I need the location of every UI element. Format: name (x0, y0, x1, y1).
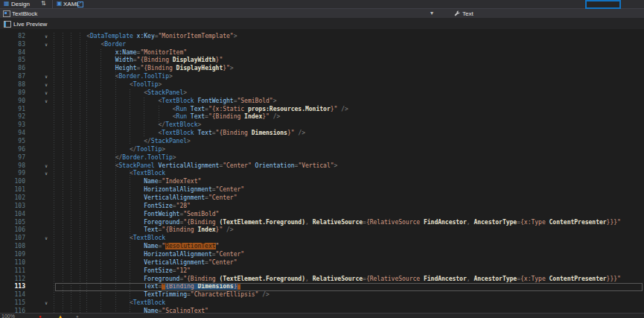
code-line-110[interactable]: 110VerticalAlignment="Center" (0, 259, 644, 267)
line-number[interactable]: 112 (0, 276, 25, 284)
live-preview-label[interactable]: Live Preview (13, 21, 47, 28)
code-text: <TextBlock Text="{Binding Dimensions}" /… (51, 130, 305, 138)
code-text: HorizontalAlignment="Center" (51, 251, 244, 259)
line-number[interactable]: 85 (0, 57, 25, 65)
line-number[interactable]: 107 (0, 235, 25, 243)
line-number[interactable]: 108 (0, 243, 25, 251)
line-number[interactable]: 87 (0, 73, 25, 81)
code-text: <Run Text="{x:Static props:Resources.Mon… (51, 106, 348, 114)
line-number[interactable]: 103 (0, 203, 25, 211)
fold-chevron-icon[interactable]: ∨ (42, 299, 51, 308)
line-number[interactable]: 88 (0, 81, 25, 89)
code-line-87[interactable]: 87∨<Border.ToolTip> (0, 73, 644, 81)
line-number[interactable]: 109 (0, 251, 25, 259)
code-text: FontWeight="SemiBold" (51, 211, 219, 219)
fold-chevron-icon[interactable]: ∨ (42, 235, 51, 243)
tab-design[interactable]: Design (11, 1, 30, 7)
code-line-94[interactable]: 94<TextBlock Text="{Binding Dimensions}"… (0, 130, 644, 138)
zoom-level[interactable]: 100% (1, 314, 15, 318)
focused-toolbar-button[interactable] (585, 0, 621, 9)
error-icon[interactable]: ● (39, 314, 42, 318)
line-number[interactable]: 101 (0, 186, 25, 194)
code-line-99[interactable]: 99∨<TextBlock (0, 170, 644, 178)
line-number[interactable]: 113 (0, 283, 25, 291)
line-number[interactable]: 110 (0, 259, 25, 267)
code-line-115[interactable]: 115∨<TextBlock (0, 299, 644, 308)
code-line-101[interactable]: 101HorizontalAlignment="Center" (0, 186, 644, 194)
code-line-107[interactable]: 107∨<TextBlock (0, 235, 644, 243)
chevron-down-icon[interactable]: ▾ (430, 10, 433, 16)
line-number[interactable]: 86 (0, 65, 25, 73)
code-line-104[interactable]: 104FontWeight="SemiBold" (0, 211, 644, 219)
code-line-116[interactable]: 116Name="ScalingText" (0, 308, 644, 313)
code-line-89[interactable]: 89∨<StackPanel> (0, 89, 644, 98)
line-number[interactable]: 89 (0, 89, 25, 98)
code-line-113[interactable]: 113Text="{Binding Dimensions}" (0, 283, 644, 291)
warning-icon[interactable]: ▲ (58, 314, 63, 318)
line-number[interactable]: 106 (0, 226, 25, 235)
line-number[interactable]: 105 (0, 219, 25, 227)
line-number[interactable]: 95 (0, 138, 25, 146)
line-number[interactable]: 97 (0, 154, 25, 162)
fold-chevron-icon[interactable]: ∨ (42, 162, 51, 171)
fold-chevron-icon[interactable]: ∨ (42, 98, 51, 106)
code-line-112[interactable]: 112Foreground="{Binding (TextElement.For… (0, 276, 644, 284)
code-line-111[interactable]: 111FontSize="12" (0, 267, 644, 276)
line-number[interactable]: 93 (0, 121, 25, 130)
code-line-95[interactable]: 95</StackPanel> (0, 138, 644, 146)
fold-chevron-icon[interactable]: ∨ (42, 41, 51, 49)
code-line-86[interactable]: 86Height="{Binding DisplayHeight}"> (0, 65, 644, 73)
line-number[interactable]: 91 (0, 106, 25, 114)
code-line-108[interactable]: 108Name="ResolutionText" (0, 243, 644, 251)
line-number[interactable]: 92 (0, 113, 25, 121)
breadcrumb-property[interactable]: Text (462, 10, 474, 17)
code-line-93[interactable]: 93</TextBlock> (0, 121, 644, 130)
line-number[interactable]: 90 (0, 98, 25, 106)
line-number[interactable]: 115 (0, 299, 25, 308)
code-text: <Run Text="{Binding Index}" /> (51, 113, 280, 121)
line-number[interactable]: 116 (0, 308, 25, 313)
code-line-88[interactable]: 88∨<ToolTip> (0, 81, 644, 89)
fold-chevron-icon[interactable]: ∨ (42, 89, 51, 98)
code-line-109[interactable]: 109HorizontalAlignment="Center" (0, 251, 644, 259)
code-text: TextTrimming="CharacterEllipsis" /> (51, 291, 270, 299)
open-in-new-window-icon[interactable]: ↗ (77, 1, 83, 7)
line-number[interactable]: 83 (0, 41, 25, 49)
line-number[interactable]: 96 (0, 146, 25, 154)
line-number[interactable]: 94 (0, 130, 25, 138)
line-number[interactable]: 111 (0, 267, 25, 276)
code-line-84[interactable]: 84x:Name="MonitorItem" (0, 49, 644, 57)
line-number[interactable]: 100 (0, 178, 25, 186)
code-line-106[interactable]: 106Text="{Binding Index}" /> (0, 226, 644, 235)
fold-chevron-icon[interactable]: ∨ (42, 73, 51, 81)
swap-panes-icon[interactable]: ⇅ (41, 0, 46, 7)
line-number[interactable]: 99 (0, 170, 25, 178)
fold-chevron-icon[interactable]: ∨ (42, 33, 51, 41)
fold-chevron-icon[interactable]: ∨ (42, 170, 51, 178)
code-line-91[interactable]: 91<Run Text="{x:Static props:Resources.M… (0, 106, 644, 114)
line-number[interactable]: 98 (0, 162, 25, 171)
line-number[interactable]: 102 (0, 194, 25, 203)
code-line-82[interactable]: 82∨<DataTemplate x:Key="MonitorItemTempl… (0, 33, 644, 41)
line-number[interactable]: 104 (0, 211, 25, 219)
code-line-102[interactable]: 102VerticalAlignment="Center" (0, 194, 644, 203)
fold-chevron-icon[interactable]: ∨ (42, 81, 51, 89)
code-line-97[interactable]: 97</Border.ToolTip> (0, 154, 644, 162)
code-line-103[interactable]: 103FontSize="28" (0, 203, 644, 211)
code-editor[interactable]: 82∨<DataTemplate x:Key="MonitorItemTempl… (0, 29, 644, 313)
line-number[interactable]: 82 (0, 33, 25, 41)
code-line-83[interactable]: 83∨<Border (0, 41, 644, 49)
code-line-98[interactable]: 98∨<StackPanel VerticalAlignment="Center… (0, 162, 644, 171)
code-text: <TextBlock (51, 299, 165, 308)
code-line-105[interactable]: 105Foreground="{Binding (TextElement.For… (0, 219, 644, 227)
code-line-85[interactable]: 85Width="{Binding DisplayWidth}" (0, 57, 644, 65)
line-number[interactable]: 114 (0, 291, 25, 299)
code-line-92[interactable]: 92<Run Text="{Binding Index}" /> (0, 113, 644, 121)
code-text: <StackPanel> (51, 89, 187, 98)
code-line-96[interactable]: 96</ToolTip> (0, 146, 644, 154)
line-number[interactable]: 84 (0, 49, 25, 57)
breadcrumb-element[interactable]: TextBlock (12, 10, 37, 17)
code-line-100[interactable]: 100Name="IndexText" (0, 178, 644, 186)
code-line-90[interactable]: 90∨<TextBlock FontWeight="SemiBold"> (0, 98, 644, 106)
code-line-114[interactable]: 114TextTrimming="CharacterEllipsis" /> (0, 291, 644, 299)
